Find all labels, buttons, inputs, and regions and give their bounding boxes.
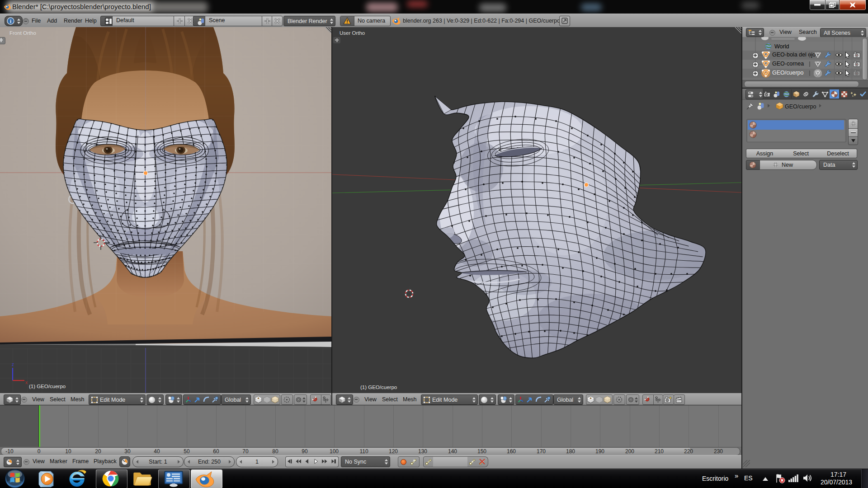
svg-text:i: i <box>10 19 11 24</box>
svg-text:z: z <box>12 362 14 367</box>
svg-text:x: x <box>25 380 28 385</box>
